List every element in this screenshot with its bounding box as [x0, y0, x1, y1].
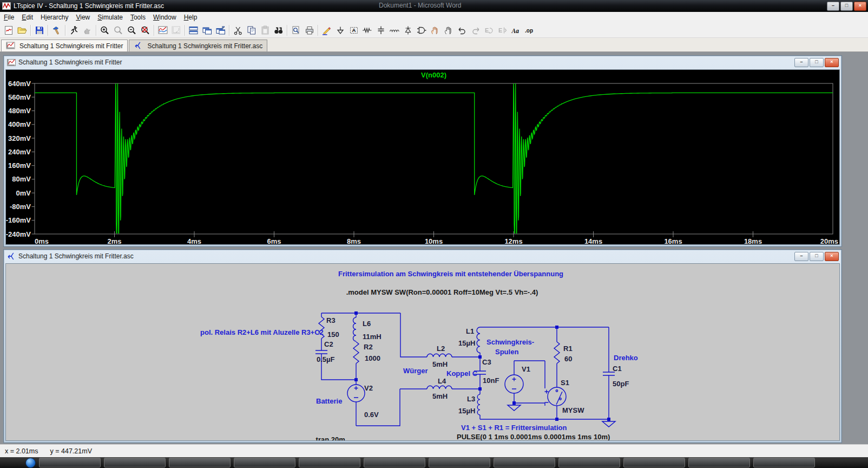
background-window-title: Dokument1 - Microsoft Word: [379, 2, 462, 9]
capacitor-C2: [315, 350, 327, 354]
component-button[interactable]: [415, 24, 428, 36]
inductor-button[interactable]: [387, 24, 401, 36]
diode-button[interactable]: [401, 24, 415, 36]
schematic-canvas[interactable]: Frittersimulation am Schwingkreis mit en…: [5, 263, 840, 441]
voltage-trace[interactable]: [35, 83, 833, 233]
taskbar-button[interactable]: [234, 458, 295, 467]
schematic-label: pol. Relais R2+L6 mit Aluzelle R3+C2: [200, 328, 324, 336]
taskbar-button[interactable]: [39, 458, 101, 467]
y-axis-tick-label: 240mV: [8, 148, 31, 156]
save-button[interactable]: [32, 24, 46, 36]
taskbar-button[interactable]: [688, 458, 750, 467]
move-button[interactable]: [428, 24, 442, 36]
waveform-plot[interactable]: 640mV560mV480mV400mV320mV240mV160mV80mV0…: [6, 70, 839, 244]
taskbar-button[interactable]: [299, 458, 360, 467]
text-button[interactable]: Aa: [509, 24, 523, 36]
ground-button[interactable]: [333, 24, 347, 36]
inductor-L1: [477, 327, 480, 353]
main-minimize-button[interactable]: –: [827, 2, 839, 11]
cascade-button[interactable]: [200, 24, 214, 36]
y-axis-tick-label: 480mV: [8, 107, 31, 115]
copy-button[interactable]: [245, 24, 258, 36]
label-button[interactable]: A: [347, 24, 360, 36]
tab-schematic[interactable]: Schaltung 1 Schwingkreis mit Fritter.asc: [129, 40, 267, 51]
spice-directive-button[interactable]: .op: [523, 24, 536, 36]
menu-window[interactable]: Window: [149, 12, 180, 22]
menu-tools[interactable]: Tools: [127, 12, 149, 22]
taskbar-button[interactable]: [429, 458, 490, 467]
zoom-back-icon: [113, 25, 124, 35]
menu-help[interactable]: Help: [180, 12, 201, 22]
svg-text:A: A: [352, 27, 356, 33]
cut-button[interactable]: [231, 24, 245, 36]
inductor-icon: [389, 25, 400, 35]
menu-edit[interactable]: Edit: [18, 12, 37, 22]
schematic-window-titlebar[interactable]: Schaltung 1 Schwingkreis mit Fritter.asc…: [4, 250, 841, 263]
taskbar-button[interactable]: [558, 458, 620, 467]
waveform-window-icon: [7, 58, 16, 67]
halt-icon: [82, 25, 93, 35]
waveform-plot-area[interactable]: 640mV560mV480mV400mV320mV240mV160mV80mV0…: [5, 69, 840, 245]
taskbar-button[interactable]: [623, 458, 685, 467]
zoom-in-button[interactable]: [98, 24, 111, 36]
taskbar-button[interactable]: [169, 458, 231, 467]
start-orb[interactable]: [25, 458, 36, 468]
tab-waveform[interactable]: Schaltung 1 Schwingkreis mit Fritter: [1, 40, 128, 51]
taskbar-button[interactable]: [753, 458, 815, 467]
resistor-button[interactable]: [360, 24, 374, 36]
wire-button[interactable]: [320, 24, 333, 36]
zoom-full-button[interactable]: [139, 24, 152, 36]
undo-button[interactable]: [455, 24, 469, 36]
tile-horizontal-button[interactable]: [187, 24, 200, 36]
trace-label[interactable]: V(n002): [421, 71, 446, 79]
waveform-maximize-button[interactable]: □: [810, 58, 824, 67]
schematic-maximize-button[interactable]: □: [810, 252, 824, 261]
print-button[interactable]: [303, 24, 316, 36]
waveform-window-titlebar[interactable]: Schaltung 1 Schwingkreis mit Fritter – □…: [4, 56, 841, 69]
menu-simulate[interactable]: Simulate: [94, 12, 127, 22]
main-close-button[interactable]: ×: [854, 2, 866, 11]
schematic-label: Spulen: [495, 348, 518, 356]
y-axis-tick-label: 400mV: [8, 120, 31, 128]
x-axis-tick-label: 16ms: [664, 237, 682, 244]
x-axis-tick-label: 8ms: [347, 237, 361, 244]
waveform-close-button[interactable]: ×: [825, 58, 839, 67]
main-maximize-button[interactable]: □: [840, 2, 853, 11]
taskbar-button[interactable]: [494, 458, 555, 467]
drag-button[interactable]: [442, 24, 455, 36]
new-schematic-button[interactable]: [2, 24, 15, 36]
schematic-label: C3: [482, 358, 491, 366]
open-button[interactable]: [15, 24, 29, 36]
control-panel-button[interactable]: [50, 24, 63, 36]
waveform-minimize-button[interactable]: –: [794, 58, 808, 67]
capacitor-button[interactable]: [374, 24, 387, 36]
diode-icon: [403, 25, 413, 35]
schematic-label: 5mH: [432, 392, 448, 400]
zoom-out-button[interactable]: [125, 24, 139, 36]
mdi-area: Schaltung 1 Schwingkreis mit Fritter – □…: [0, 52, 868, 444]
schematic-label: .model MYSW SW(Ron=0.00001 Roff=10Meg Vt…: [346, 288, 538, 296]
toolbar-separator: [48, 25, 48, 36]
menu-hierarchy[interactable]: Hierarchy: [37, 12, 72, 22]
run-button[interactable]: [67, 24, 81, 36]
schematic-label: Würger: [403, 367, 428, 375]
schematic-window-title: Schaltung 1 Schwingkreis mit Fritter.asc: [18, 252, 134, 260]
menu-view[interactable]: View: [72, 12, 94, 22]
tile-vertical-button[interactable]: [214, 24, 227, 36]
schematic-drawing[interactable]: Frittersimulation am Schwingkreis mit en…: [6, 264, 839, 440]
print-preview-button[interactable]: [289, 24, 303, 36]
schematic-minimize-button[interactable]: –: [794, 252, 808, 261]
inductor-L4: [427, 386, 452, 389]
main-titlebar: LTspice IV - Schaltung 1 Schwingkreis mi…: [0, 0, 868, 12]
taskbar-button[interactable]: [364, 458, 425, 467]
cursor-y-readout: y = 447.21mV: [50, 447, 92, 455]
menu-file[interactable]: File: [0, 12, 18, 22]
schematic-label: 15µH: [458, 339, 475, 347]
schematic-close-button[interactable]: ×: [825, 252, 839, 261]
schematic-label: MYSW: [562, 406, 584, 414]
waveform-pane-button[interactable]: [156, 24, 169, 36]
taskbar-button[interactable]: [104, 458, 166, 467]
find-button[interactable]: [272, 24, 285, 36]
schematic-label: L1: [466, 327, 474, 335]
schematic-label: V2: [364, 384, 373, 392]
